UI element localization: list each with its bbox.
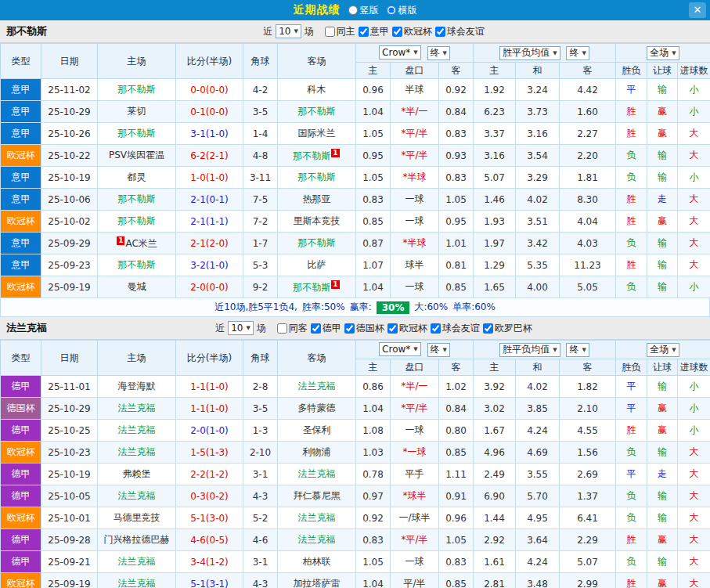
home-team-link[interactable]: 那不勒斯 [98, 123, 176, 145]
match-score: 4-6(0-5) [176, 529, 243, 551]
avg-odds-draw: 3.29 [516, 167, 560, 189]
checkbox-input[interactable] [344, 323, 355, 334]
scope-select[interactable]: 全场 [647, 46, 679, 60]
home-team-link[interactable]: 法兰克福 [98, 398, 176, 420]
home-team-link[interactable]: 法兰克福 [98, 573, 176, 588]
checkbox-input[interactable] [325, 27, 335, 37]
filter-checkbox-同客[interactable]: 同客 [277, 322, 308, 335]
home-team-link[interactable]: 曼城 [98, 276, 176, 298]
handicap-line: *平/半 [391, 398, 439, 420]
away-team-link[interactable]: 加拉塔萨雷 [278, 573, 356, 588]
match-count-select[interactable]: 10 [276, 24, 301, 38]
away-team-link[interactable]: 利物浦 [278, 442, 356, 464]
away-team-link[interactable]: 热那亚 [278, 189, 356, 211]
away-team-link[interactable]: 法兰克福 [278, 376, 356, 398]
away-team-link[interactable]: 柏林联 [278, 551, 356, 573]
away-team-link[interactable]: 里斯本竞技 [278, 211, 356, 233]
away-team-link[interactable]: 圣保利 [278, 420, 356, 442]
home-team-link[interactable]: 弗赖堡 [98, 464, 176, 485]
result-goals: 小 [678, 398, 710, 420]
handicap-final-select[interactable]: 终 [427, 343, 450, 357]
away-team-link[interactable]: 那不勒斯 [278, 167, 356, 189]
team-name-text: 热那亚 [303, 193, 331, 204]
checkbox-input[interactable] [483, 323, 493, 334]
filter-checkbox-球会友谊[interactable]: 球会友谊 [431, 322, 480, 335]
avg-odds-select[interactable]: 胜平负均值 [499, 343, 560, 357]
result-win-draw-loss: 负 [616, 442, 647, 464]
filter-checkbox-意甲[interactable]: 意甲 [359, 25, 389, 38]
home-team-link[interactable]: 那不勒斯 [98, 189, 176, 211]
layout-radio-horizontal[interactable]: 横版 [387, 4, 417, 17]
layout-radio-vertical[interactable]: 竖版 [348, 4, 379, 17]
away-team-link[interactable]: 那不勒斯1 [278, 276, 356, 298]
league-badge: 欧冠杯 [1, 211, 41, 233]
checkbox-input[interactable] [435, 27, 445, 37]
checkbox-label: 欧冠杯 [404, 25, 432, 38]
home-team-link[interactable]: 法兰克福 [98, 551, 176, 573]
checkbox-input[interactable] [431, 323, 441, 334]
match-row: 欧冠杯25-09-19曼城2-0(0-0)9-2那不勒斯11.04一球0.851… [1, 276, 710, 298]
avg-odds-away: 4.03 [560, 233, 616, 254]
scope-header: 全场 [616, 44, 710, 63]
away-team-link[interactable]: 法兰克福 [278, 529, 356, 551]
home-team-link[interactable]: 法兰克福 [98, 420, 176, 442]
home-team-link[interactable]: 都灵 [98, 167, 176, 189]
close-button[interactable]: ✕ [689, 2, 706, 18]
away-team-link[interactable]: 比萨 [278, 254, 356, 276]
league-badge: 欧冠杯 [1, 442, 41, 464]
radio-horizontal-input[interactable] [387, 5, 396, 15]
match-count-select[interactable]: 10 [228, 321, 254, 335]
away-team-link[interactable]: 科木 [278, 79, 356, 101]
league-badge: 意甲 [1, 101, 41, 123]
filter-checkbox-球会友谊[interactable]: 球会友谊 [435, 25, 485, 38]
home-team-link[interactable]: 那不勒斯 [98, 254, 176, 276]
home-team-link[interactable]: 1AC米兰 [98, 233, 176, 254]
home-team-link[interactable]: PSV埃因霍温 [98, 145, 176, 167]
scope-select[interactable]: 全场 [647, 343, 679, 357]
handicap-line: *平/半 [391, 123, 439, 145]
summary-single-rate: 单率:60% [452, 301, 496, 314]
away-team-link[interactable]: 拜仁慕尼黑 [278, 485, 356, 507]
match-score: 2-0(1-0) [176, 420, 243, 442]
match-count-value: 10 [231, 323, 243, 334]
team-name-text: 法兰克福 [298, 381, 336, 391]
checkbox-input[interactable] [359, 27, 369, 37]
avg-odds-select[interactable]: 胜平负均值 [499, 46, 560, 60]
home-team-link[interactable]: 莱切 [98, 101, 176, 123]
home-team-link[interactable]: 法兰克福 [98, 442, 176, 464]
home-team-link[interactable]: 法兰克福 [98, 485, 176, 507]
avg-final-select[interactable]: 终 [566, 46, 589, 60]
filter-checkbox-德国杯[interactable]: 德国杯 [344, 322, 384, 335]
filter-checkbox-同主[interactable]: 同主 [325, 25, 355, 38]
bookmaker-select[interactable]: Crow* [379, 342, 421, 356]
bookmaker-select[interactable]: Crow* [379, 45, 421, 60]
filter-checkbox-德甲[interactable]: 德甲 [311, 322, 341, 335]
checkbox-input[interactable] [311, 323, 321, 334]
filter-checkbox-欧冠杯[interactable]: 欧冠杯 [392, 25, 432, 38]
away-team-link[interactable]: 国际米兰 [278, 123, 356, 145]
radio-vertical-input[interactable] [348, 5, 358, 15]
home-team-link[interactable]: 马德里竞技 [98, 507, 176, 529]
checkbox-input[interactable] [277, 323, 287, 334]
corner-score: 7-2 [243, 211, 278, 233]
home-team-link[interactable]: 那不勒斯 [98, 79, 176, 101]
col-corner: 角球 [243, 341, 278, 376]
checkbox-input[interactable] [387, 323, 398, 334]
home-team-link[interactable]: 门兴格拉德巴赫 [98, 529, 176, 551]
home-team-link[interactable]: 那不勒斯 [98, 211, 176, 233]
away-team-link[interactable]: 法兰克福 [278, 464, 356, 485]
panel-title: 近期战绩 [294, 3, 341, 17]
home-team-link[interactable]: 海登海默 [98, 376, 176, 398]
checkbox-input[interactable] [392, 27, 402, 37]
away-team-link[interactable]: 那不勒斯1 [278, 145, 356, 167]
handicap-odds-home: 1.04 [356, 573, 391, 588]
avg-odds-away: 2.99 [560, 573, 616, 588]
avg-final-select[interactable]: 终 [566, 343, 589, 357]
away-team-link[interactable]: 那不勒斯 [278, 233, 356, 254]
away-team-link[interactable]: 那不勒斯 [278, 101, 356, 123]
away-team-link[interactable]: 多特蒙德 [278, 398, 356, 420]
filter-checkbox-欧罗巴杯[interactable]: 欧罗巴杯 [483, 322, 532, 335]
away-team-link[interactable]: 法兰克福 [278, 507, 356, 529]
handicap-final-select[interactable]: 终 [427, 46, 450, 60]
filter-checkbox-欧冠杯[interactable]: 欧冠杯 [387, 322, 427, 335]
